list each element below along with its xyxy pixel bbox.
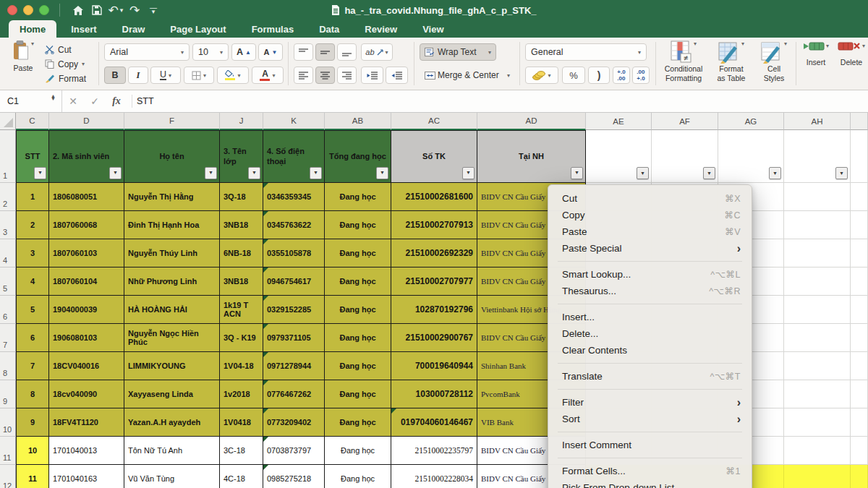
empty-cell[interactable] xyxy=(784,183,851,211)
filter-dropdown-button[interactable]: ▼ xyxy=(376,167,388,179)
minimize-window-button[interactable] xyxy=(23,5,33,15)
shrink-font-button[interactable]: A▼ xyxy=(258,43,283,61)
redo-icon[interactable]: ↷ xyxy=(125,2,144,18)
cell-row7-stt[interactable]: 6 xyxy=(16,324,49,352)
header-row-empty-cell[interactable] xyxy=(851,130,868,183)
cell-row5-stt[interactable]: 4 xyxy=(16,267,49,296)
header-cell-sdt[interactable]: 4. Số điện thoại▼ xyxy=(263,130,325,183)
close-window-button[interactable] xyxy=(7,5,17,15)
header-row-empty-cell[interactable]: ▼ xyxy=(718,130,784,183)
column-header-partial[interactable] xyxy=(851,113,868,130)
empty-cell[interactable] xyxy=(851,183,868,211)
tab-view[interactable]: View xyxy=(412,20,454,38)
format-as-table-button[interactable]: ▾ Formatas Table xyxy=(710,40,752,88)
column-header-d[interactable]: D xyxy=(49,113,124,130)
cell-row4-stt[interactable]: 3 xyxy=(16,239,49,267)
cell-row11-sdt[interactable]: 0703873797 xyxy=(263,437,325,465)
empty-cell[interactable] xyxy=(784,437,851,465)
paste-button[interactable]: ▾ Paste xyxy=(6,40,41,88)
column-header-ah[interactable]: AH xyxy=(784,113,851,130)
cell-row3-sotk[interactable]: 21510002707913 xyxy=(391,211,477,239)
cell-row7-msv[interactable]: 1906080103 xyxy=(49,324,124,352)
cell-row8-status[interactable]: Đang học xyxy=(325,352,391,380)
cell-row5-sotk[interactable]: 21510002707977 xyxy=(391,267,477,296)
filter-dropdown-button[interactable]: ▼ xyxy=(835,167,848,179)
cell-row10-name[interactable]: Yazan.A.H ayaydeh xyxy=(124,408,220,437)
borders-button[interactable]: ▾ xyxy=(184,67,214,84)
column-header-ae[interactable]: AE xyxy=(586,113,652,130)
header-row-empty-cell[interactable]: ▼ xyxy=(652,130,718,183)
filter-dropdown-button[interactable]: ▼ xyxy=(462,167,475,179)
cell-row10-status[interactable]: Đang học xyxy=(325,408,391,437)
align-bottom-button[interactable] xyxy=(337,43,357,61)
menu-item-paste[interactable]: Paste⌘V xyxy=(548,223,752,240)
cell-row9-name[interactable]: Xayyaseng Linda xyxy=(124,380,220,408)
tab-review[interactable]: Review xyxy=(354,20,408,38)
column-header-c[interactable]: C xyxy=(16,113,49,130)
cell-row7-sdt[interactable]: 0979371105 xyxy=(263,324,325,352)
column-header-af[interactable]: AF xyxy=(652,113,718,130)
cell-row9-sotk[interactable]: 103000728112 xyxy=(391,380,477,408)
cell-row6-stt[interactable]: 5 xyxy=(16,296,49,324)
customize-toolbar-icon[interactable]: —▾ xyxy=(144,2,163,18)
tab-formulas[interactable]: Formulas xyxy=(241,20,305,38)
empty-cell[interactable] xyxy=(851,352,868,380)
conditional-formatting-button[interactable]: ≠ ▾ ConditionalFormatting xyxy=(660,40,707,88)
wrap-text-button[interactable]: Wrap Text▾ xyxy=(420,43,496,61)
column-header-f[interactable]: F xyxy=(124,113,220,130)
cell-row11-msv[interactable]: 1701040013 xyxy=(49,437,124,465)
cell-row12-stt[interactable]: 11 xyxy=(16,465,49,488)
home-icon[interactable] xyxy=(69,2,88,18)
cell-row10-stt[interactable]: 9 xyxy=(16,408,49,437)
cell-row4-name[interactable]: Nguyễn Thúy Linh xyxy=(124,239,220,267)
row-header-8[interactable]: 8 xyxy=(0,352,16,380)
cell-row12-msv[interactable]: 1701040163 xyxy=(49,465,124,488)
cell-row12-lop[interactable]: 4C-18 xyxy=(220,465,263,488)
filter-dropdown-button[interactable]: ▼ xyxy=(637,167,649,179)
undo-icon[interactable]: ↶▾ xyxy=(106,2,125,18)
cell-row3-msv[interactable]: 1807060068 xyxy=(49,211,124,239)
cell-row11-name[interactable]: Tôn Nữ Tú Anh xyxy=(124,437,220,465)
filter-dropdown-button[interactable]: ▼ xyxy=(109,167,122,179)
align-left-button[interactable] xyxy=(294,67,313,84)
cell-row5-msv[interactable]: 1807060104 xyxy=(49,267,124,296)
menu-item-filter[interactable]: Filter› xyxy=(548,394,752,411)
filter-dropdown-button[interactable]: ▼ xyxy=(769,167,781,179)
filter-dropdown-button[interactable]: ▼ xyxy=(703,167,715,179)
row-header-1[interactable]: 1 xyxy=(0,130,16,183)
empty-cell[interactable] xyxy=(851,408,868,437)
empty-cell[interactable] xyxy=(784,267,851,296)
filter-dropdown-button[interactable]: ▼ xyxy=(34,167,46,179)
cell-row2-lop[interactable]: 3Q-18 xyxy=(220,183,263,211)
header-row-empty-cell[interactable]: ▼ xyxy=(586,130,652,183)
cell-row5-sdt[interactable]: 0946754617 xyxy=(263,267,325,296)
zoom-window-button[interactable] xyxy=(39,5,49,15)
empty-cell[interactable] xyxy=(851,380,868,408)
menu-item-pick-from-drop-down-list[interactable]: Pick From Drop-down List... xyxy=(548,479,752,488)
cell-row9-lop[interactable]: 1v2018 xyxy=(220,380,263,408)
column-header-j[interactable]: J xyxy=(220,113,263,130)
percent-style-button[interactable]: % xyxy=(562,67,585,84)
cell-row5-name[interactable]: Nhữ Phương Linh xyxy=(124,267,220,296)
filter-dropdown-button[interactable]: ▼ xyxy=(205,167,217,179)
highlighted-empty-cell[interactable] xyxy=(851,465,868,488)
row-header-4[interactable]: 4 xyxy=(0,239,16,267)
column-header-ad[interactable]: AD xyxy=(477,113,586,130)
header-cell-lop[interactable]: 3. Tên lớp▼ xyxy=(220,130,263,183)
cell-row6-status[interactable]: Đang học xyxy=(325,296,391,324)
save-icon[interactable] xyxy=(88,2,106,18)
row-header-9[interactable]: 9 xyxy=(0,380,16,408)
cell-row8-lop[interactable]: 1V04-18 xyxy=(220,352,263,380)
cell-row5-lop[interactable]: 3NB18 xyxy=(220,267,263,296)
header-cell-sotk[interactable]: Số TK▼ xyxy=(391,130,477,183)
empty-cell[interactable] xyxy=(851,239,868,267)
cell-row3-stt[interactable]: 2 xyxy=(16,211,49,239)
cell-row2-name[interactable]: Nguyễn Thị Hằng xyxy=(124,183,220,211)
orientation-button[interactable]: ab ▾ xyxy=(361,43,393,61)
empty-cell[interactable] xyxy=(784,408,851,437)
underline-button[interactable]: U▾ xyxy=(150,67,181,84)
increase-decimal-button[interactable]: +.0 .00 xyxy=(613,67,630,84)
confirm-icon[interactable]: ✓ xyxy=(84,95,106,107)
name-box[interactable]: C1 ▲▼ xyxy=(0,90,62,112)
cell-row10-sdt[interactable]: 0773209402 xyxy=(263,408,325,437)
